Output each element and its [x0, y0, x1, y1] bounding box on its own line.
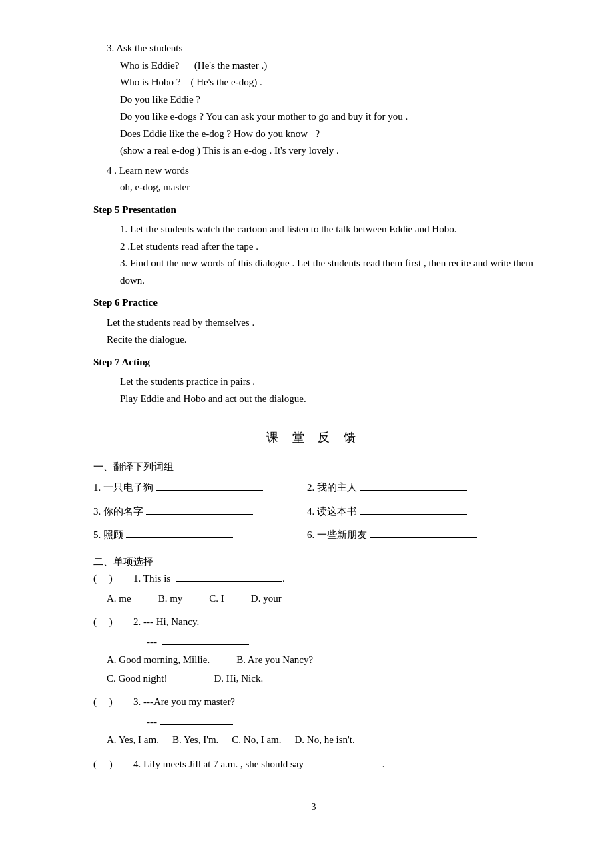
trans-num-5: 5. 照顾	[93, 527, 123, 544]
mc-q1-opt-c: C. I	[209, 590, 224, 608]
step7-line-2: Play Eddie and Hobo and act out the dial…	[93, 391, 534, 408]
step5-line-2: 2 .Let students read after the tape .	[93, 238, 534, 256]
trans-num-4: 4. 读这本书	[307, 503, 357, 521]
translation-rows: 1. 一只电子狗 2. 我的主人 3. 你的名字 4. 读这本书	[93, 479, 534, 547]
trans-blank-3	[146, 504, 253, 515]
feedback-section1: 一、翻译下列词组 1. 一只电子狗 2. 我的主人 3. 你的名字	[93, 459, 534, 547]
step3-section: 3. Ask the students Who is Eddie? (He's …	[93, 40, 534, 160]
step7-line-1: Let the students practice in pairs .	[93, 373, 534, 391]
trans-blank-4	[360, 504, 467, 515]
step4-heading: 4 . Learn new words	[93, 162, 534, 180]
mc-q2-opt-a: A. Good morning, Millie.	[107, 652, 210, 669]
feedback-section2: 二、单项选择 ( ) 1. This is . A. me B. my C. I…	[93, 554, 534, 773]
mc-q2-paren: ( )	[93, 614, 133, 631]
mc-q1-blank	[176, 571, 282, 582]
mc-question-2: ( ) 2. --- Hi, Nancy. --- A. Good mornin…	[93, 614, 534, 687]
translation-item-3: 3. 你的名字	[93, 503, 307, 521]
step5-line-1: 1. Let the students watch the cartoon an…	[93, 221, 534, 238]
mc-q4-paren: ( )	[93, 756, 133, 773]
step5-section: Step 5 Presentation 1. Let the students …	[93, 202, 534, 290]
translation-item-4: 4. 读这本书	[307, 503, 521, 521]
mc-q1-options: A. me B. my C. I D. your	[93, 590, 534, 608]
translation-row-3: 5. 照顾 6. 一些新朋友	[93, 527, 534, 547]
translation-item-1: 1. 一只电子狗	[93, 479, 307, 497]
translation-row-1: 1. 一只电子狗 2. 我的主人	[93, 479, 534, 499]
mc-q3-opt-c: C. No, I am.	[232, 732, 281, 749]
feedback-title: 课 堂 反 馈	[266, 431, 361, 444]
mc-q2-blank	[162, 634, 249, 645]
trans-blank-1	[156, 480, 263, 491]
mc-q3-paren: ( )	[93, 694, 133, 711]
mc-q4-blank	[309, 756, 382, 767]
mc-q1-paren: ( )	[93, 570, 133, 588]
mc-q2-opt-c: C. Good night!	[107, 670, 167, 688]
mc-q4-row: ( ) 4. Lily meets Jill at 7 a.m. , she s…	[93, 756, 534, 773]
step3-line-2: Who is Hobo ? ( He's the e-dog) .	[93, 74, 534, 91]
page-num-text: 3	[312, 802, 316, 812]
translation-item-6: 6. 一些新朋友	[307, 527, 521, 544]
page-content: 3. Ask the students Who is Eddie? (He's …	[93, 40, 534, 815]
mc-q3-options: A. Yes, I am. B. Yes, I'm. C. No, I am. …	[93, 732, 534, 749]
mc-q2-row: ( ) 2. --- Hi, Nancy.	[93, 614, 534, 631]
step7-section: Step 7 Acting Let the students practice …	[93, 354, 534, 408]
trans-num-3: 3. 你的名字	[93, 503, 143, 521]
step4-words: oh, e-dog, master	[93, 179, 534, 196]
step3-line-1: Who is Eddie? (He's the master .)	[93, 57, 534, 75]
mc-q3-blank	[160, 714, 233, 725]
step3-line-6: (show a real e-dog ) This is an e-dog . …	[93, 142, 534, 160]
step4-section: 4 . Learn new words oh, e-dog, master	[93, 162, 534, 196]
step3-line-4: Do you like e-dogs ? You can ask your mo…	[93, 108, 534, 126]
step6-heading: Step 6 Practice	[93, 294, 534, 312]
mc-q3-text: 3. ---Are you my master?	[133, 694, 235, 711]
trans-blank-6	[370, 527, 477, 538]
section2-label: 二、单项选择	[93, 554, 534, 571]
step5-heading: Step 5 Presentation	[93, 202, 534, 219]
step7-heading: Step 7 Acting	[93, 354, 534, 371]
trans-num-2: 2. 我的主人	[307, 479, 357, 497]
trans-blank-5	[126, 527, 233, 538]
mc-q2-answer-dash: ---	[147, 636, 157, 647]
step6-section: Step 6 Practice Let the students read by…	[93, 294, 534, 349]
translation-row-2: 3. 你的名字 4. 读这本书	[93, 503, 534, 523]
mc-q2-opt-d: D. Hi, Nick.	[194, 670, 263, 688]
mc-q3-answer-line: ---	[93, 714, 534, 731]
mc-q4-text: 4. Lily meets Jill at 7 a.m. , she shoul…	[133, 756, 384, 773]
trans-num-1: 1. 一只电子狗	[93, 479, 154, 497]
mc-q2-opt-b: B. Are you Nancy?	[236, 652, 313, 669]
step6-line-2: Recite the dialogue.	[93, 331, 534, 349]
mc-q1-opt-a: A. me	[107, 590, 131, 608]
mc-q3-opt-a: A. Yes, I am.	[107, 732, 159, 749]
mc-question-1: ( ) 1. This is . A. me B. my C. I D. you…	[93, 570, 534, 607]
feedback-divider: 课 堂 反 馈	[93, 427, 534, 448]
mc-q3-answer-dash: ---	[147, 716, 157, 727]
step3-line-3: Do you like Eddie ?	[93, 91, 534, 109]
trans-num-6: 6. 一些新朋友	[307, 527, 367, 544]
mc-q1-opt-b: B. my	[158, 590, 183, 608]
step6-line-1: Let the students read by themselves .	[93, 314, 534, 332]
step3-heading: 3. Ask the students	[93, 40, 534, 57]
mc-q2-answer-line: ---	[93, 634, 534, 651]
mc-q2-options: A. Good morning, Millie. B. Are you Nanc…	[93, 652, 534, 687]
mc-question-3: ( ) 3. ---Are you my master? --- A. Yes,…	[93, 694, 534, 749]
translation-item-2: 2. 我的主人	[307, 479, 521, 497]
step3-line-5: Does Eddie like the e-dog ? How do you k…	[93, 126, 534, 143]
translation-item-5: 5. 照顾	[93, 527, 307, 544]
step5-line-3: 3. Find out the new words of this dialog…	[93, 255, 534, 289]
trans-blank-2	[360, 480, 467, 491]
mc-q3-row: ( ) 3. ---Are you my master?	[93, 694, 534, 711]
mc-q1-row: ( ) 1. This is .	[93, 570, 534, 588]
mc-q2-text: 2. --- Hi, Nancy.	[133, 614, 199, 631]
mc-question-4: ( ) 4. Lily meets Jill at 7 a.m. , she s…	[93, 756, 534, 773]
mc-q3-opt-b: B. Yes, I'm.	[172, 732, 218, 749]
page-number: 3	[93, 799, 534, 815]
mc-q1-opt-d: D. your	[251, 590, 282, 608]
section1-label: 一、翻译下列词组	[93, 459, 534, 476]
mc-q1-text: 1. This is .	[133, 570, 285, 588]
mc-q3-opt-d: D. No, he isn't.	[295, 732, 355, 749]
